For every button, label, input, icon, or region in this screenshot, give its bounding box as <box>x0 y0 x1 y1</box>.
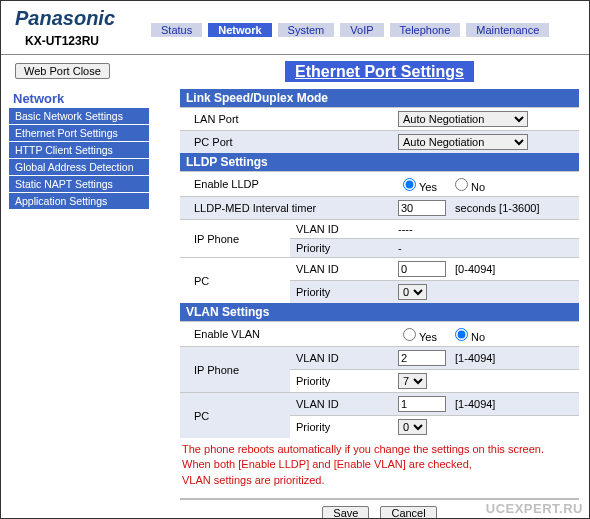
vlan-pc-vlanid-hint: [1-4094] <box>449 398 495 410</box>
vlan-pc-priority-select[interactable]: 0 <box>398 419 427 435</box>
lan-port-label: LAN Port <box>180 108 392 131</box>
enable-lldp-no-radio[interactable] <box>455 178 468 191</box>
vlan-ipphone-priority-label: Priority <box>290 370 392 393</box>
nav-system[interactable]: System <box>278 23 335 37</box>
warning-block: The phone reboots automatically if you c… <box>180 438 579 494</box>
pc-port-label: PC Port <box>180 131 392 154</box>
enable-vlan-yes-radio[interactable] <box>403 328 416 341</box>
enable-lldp-label: Enable LLDP <box>180 172 392 197</box>
lldp-pc-priority-label: Priority <box>290 281 392 304</box>
no-label: No <box>471 331 485 343</box>
section-link-speed: Link Speed/Duplex Mode <box>180 89 579 108</box>
warning-line-2: When both [Enable LLDP] and [Enable VLAN… <box>182 457 577 472</box>
vlan-pc-vlanid-label: VLAN ID <box>290 393 392 416</box>
nav-maintenance[interactable]: Maintenance <box>466 23 549 37</box>
vlan-ipphone-vlanid-label: VLAN ID <box>290 347 392 370</box>
enable-vlan-no-radio[interactable] <box>455 328 468 341</box>
lldp-interval-hint: seconds [1-3600] <box>449 202 539 214</box>
yes-label: Yes <box>419 331 437 343</box>
page-title: Ethernet Port Settings <box>285 61 474 82</box>
nav-telephone[interactable]: Telephone <box>390 23 461 37</box>
lldp-ipphone-priority-value: - <box>392 239 579 258</box>
lan-port-select[interactable]: Auto Negotiation <box>398 111 528 127</box>
vlan-ipphone-vlanid-input[interactable] <box>398 350 446 366</box>
lldp-interval-input[interactable] <box>398 200 446 216</box>
sidebar-item-http-client[interactable]: HTTP Client Settings <box>9 142 149 159</box>
sidebar-title: Network <box>9 89 166 108</box>
brand-logo: Panasonic <box>15 7 115 29</box>
top-nav: Status Network System VoIP Telephone Mai… <box>151 19 589 43</box>
sidebar-item-ethernet-port[interactable]: Ethernet Port Settings <box>9 125 149 142</box>
vlan-ipphone-priority-select[interactable]: 7 <box>398 373 427 389</box>
sidebar-item-static-napt[interactable]: Static NAPT Settings <box>9 176 149 193</box>
pc-port-select[interactable]: Auto Negotiation <box>398 134 528 150</box>
vlan-pc-label: PC <box>180 393 290 439</box>
lldp-ipphone-vlanid-value: ---- <box>392 220 579 239</box>
nav-status[interactable]: Status <box>151 23 202 37</box>
web-port-close-button[interactable]: Web Port Close <box>15 63 110 79</box>
warning-line-1: The phone reboots automatically if you c… <box>182 442 577 457</box>
sidebar-item-global-address[interactable]: Global Address Detection <box>9 159 149 176</box>
vlan-ipphone-vlanid-hint: [1-4094] <box>449 352 495 364</box>
vlan-pc-priority-label: Priority <box>290 416 392 439</box>
lldp-pc-vlanid-input[interactable] <box>398 261 446 277</box>
vlan-ipphone-label: IP Phone <box>180 347 290 393</box>
settings-table: Link Speed/Duplex Mode LAN Port Auto Neg… <box>180 89 579 438</box>
save-button[interactable]: Save <box>322 506 369 519</box>
lldp-ipphone-label: IP Phone <box>180 220 290 258</box>
enable-vlan-label: Enable VLAN <box>180 322 392 347</box>
lldp-pc-vlanid-hint: [0-4094] <box>449 263 495 275</box>
lldp-interval-label: LLDP-MED Interval timer <box>180 197 392 220</box>
section-vlan: VLAN Settings <box>180 303 579 322</box>
lldp-pc-vlanid-label: VLAN ID <box>290 258 392 281</box>
sidebar-item-basic-network[interactable]: Basic Network Settings <box>9 108 149 125</box>
lldp-ipphone-vlanid-label: VLAN ID <box>290 220 392 239</box>
vlan-pc-vlanid-input[interactable] <box>398 396 446 412</box>
enable-lldp-yes-radio[interactable] <box>403 178 416 191</box>
lldp-ipphone-priority-label: Priority <box>290 239 392 258</box>
sidebar-list: Basic Network Settings Ethernet Port Set… <box>9 108 149 210</box>
nav-network[interactable]: Network <box>208 23 271 37</box>
section-lldp: LLDP Settings <box>180 153 579 172</box>
sidebar-item-application[interactable]: Application Settings <box>9 193 149 210</box>
nav-voip[interactable]: VoIP <box>340 23 383 37</box>
yes-label: Yes <box>419 181 437 193</box>
no-label: No <box>471 181 485 193</box>
model-number: KX-UT123RU <box>1 32 151 54</box>
lldp-pc-priority-select[interactable]: 0 <box>398 284 427 300</box>
lldp-pc-label: PC <box>180 258 290 304</box>
cancel-button[interactable]: Cancel <box>380 506 436 519</box>
warning-line-3: VLAN settings are prioritized. <box>182 473 577 488</box>
